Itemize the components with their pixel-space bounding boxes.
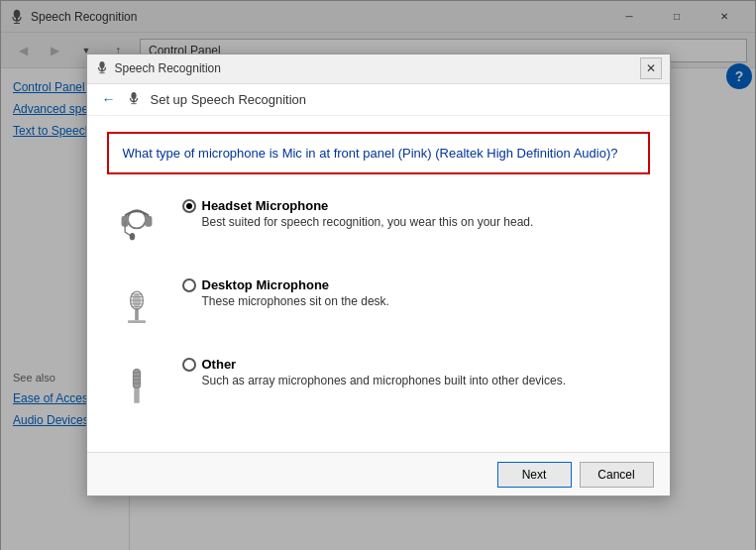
other-option-content: Other Such as array microphones and micr… [182, 357, 567, 387]
other-mic-image [107, 357, 166, 416]
svg-rect-25 [133, 370, 140, 389]
svg-rect-6 [101, 70, 102, 72]
desktop-radio-circle[interactable] [182, 278, 196, 292]
modal-nav-icon [127, 91, 141, 108]
desktop-mic-image [107, 277, 166, 337]
other-option[interactable]: Other Such as array microphones and micr… [107, 357, 650, 416]
question-box: What type of microphone is Mic in at fro… [107, 132, 650, 175]
headset-label: Headset Microphone [202, 198, 329, 213]
svg-rect-7 [99, 72, 104, 73]
svg-rect-14 [145, 216, 152, 227]
svg-rect-16 [127, 320, 145, 323]
svg-rect-30 [134, 389, 139, 404]
next-button[interactable]: Next [497, 462, 572, 488]
headset-radio-circle[interactable] [182, 199, 196, 213]
desktop-radio-label[interactable]: Desktop Microphone [182, 277, 389, 292]
question-text: What type of microphone is Mic in at fro… [123, 146, 618, 161]
modal-footer: Next Cancel [87, 452, 670, 495]
modal-nav-title: Set up Speech Recognition [151, 92, 307, 107]
other-description: Such as array microphones and microphone… [202, 374, 567, 387]
headset-option-content: Headset Microphone Best suited for speec… [182, 198, 534, 229]
modal-title-icon [95, 60, 109, 77]
cancel-button[interactable]: Cancel [580, 462, 654, 488]
modal-back-button[interactable]: ← [97, 87, 121, 111]
headset-description: Best suited for speech recognition, you … [202, 215, 534, 229]
desktop-label: Desktop Microphone [202, 277, 330, 292]
modal-body: What type of microphone is Mic in at fro… [87, 116, 670, 453]
svg-point-4 [99, 61, 104, 68]
other-radio-label[interactable]: Other [182, 357, 567, 372]
modal-overlay: Speech Recognition ✕ ← Set up Speech Rec… [0, 0, 756, 550]
headset-radio-label[interactable]: Headset Microphone [182, 198, 534, 213]
headset-image [107, 198, 166, 258]
desktop-description: These microphones sit on the desk. [202, 294, 389, 308]
svg-rect-10 [133, 101, 134, 103]
modal-nav-bar: ← Set up Speech Recognition [87, 84, 670, 116]
headset-option[interactable]: Headset Microphone Best suited for speec… [107, 198, 650, 258]
desktop-option-content: Desktop Microphone These microphones sit… [182, 277, 389, 308]
other-label: Other [202, 357, 237, 372]
svg-point-8 [131, 92, 136, 99]
svg-rect-11 [131, 103, 136, 104]
svg-point-15 [129, 233, 134, 240]
speech-recognition-modal: Speech Recognition ✕ ← Set up Speech Rec… [86, 54, 671, 497]
modal-title-text: Speech Recognition [115, 61, 640, 75]
other-radio-circle[interactable] [182, 358, 196, 372]
modal-close-button[interactable]: ✕ [640, 57, 662, 79]
desktop-option[interactable]: Desktop Microphone These microphones sit… [107, 277, 650, 337]
modal-title-bar: Speech Recognition ✕ [87, 55, 670, 84]
